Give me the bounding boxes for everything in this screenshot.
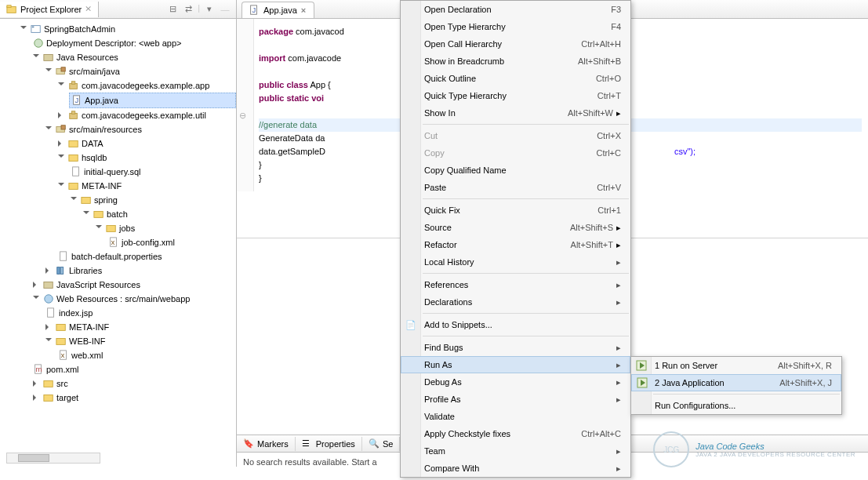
server-icon — [635, 359, 648, 372]
search-tab[interactable]: 🔍Se — [362, 437, 400, 451]
tree-batch-folder[interactable]: batch — [82, 207, 236, 221]
menu-cut: CutCtrl+X — [401, 127, 630, 144]
tree-js-resources[interactable]: JavaScript Resources — [31, 278, 236, 292]
svg-point-29 — [45, 295, 53, 304]
svg-rect-27 — [60, 267, 64, 275]
fold-marker-icon[interactable]: ⊖ — [239, 109, 250, 120]
svg-text:x: x — [61, 351, 65, 359]
svg-rect-26 — [57, 267, 60, 275]
tree-meta-inf[interactable]: META-INF — [56, 179, 236, 193]
tree-libraries[interactable]: Libraries — [44, 264, 236, 278]
menu-separator — [423, 198, 629, 199]
menu-quick-type-hierarchy[interactable]: Quick Type HierarchyCtrl+T — [401, 87, 630, 104]
menu-add-to-snippets[interactable]: 📄Add to Snippets... — [401, 316, 630, 333]
tree-batch-default[interactable]: batch-default.properties — [56, 249, 236, 264]
tree-horizontal-scrollbar[interactable] — [6, 453, 100, 464]
tree-target-folder[interactable]: target — [31, 391, 236, 405]
menu-apply-checkstyle-fixes[interactable]: Apply Checkstyle fixesCtrl+Alt+C — [401, 425, 630, 442]
tree-job-config[interactable]: xjob-config.xml — [107, 235, 236, 249]
tree-meta-inf-2[interactable]: META-INF — [44, 320, 236, 334]
tree-jobs-folder[interactable]: jobs — [94, 221, 236, 235]
menu-paste[interactable]: PasteCtrl+V — [401, 179, 630, 196]
java-file-icon: J — [249, 5, 260, 16]
markers-tab[interactable]: 🔖Markers — [237, 437, 296, 451]
submenu-arrow-icon: ▸ — [616, 360, 621, 370]
menu-open-declaration[interactable]: Open DeclarationF3 — [401, 1, 630, 18]
menu-copy-qualified-name[interactable]: Copy Qualified Name — [401, 162, 630, 179]
svg-rect-20 — [82, 198, 90, 204]
menu-open-type-hierarchy[interactable]: Open Type HierarchyF4 — [401, 18, 630, 35]
tree-hsqldb-folder[interactable]: hsqldb — [56, 151, 236, 165]
submenu-arrow-icon: ▸ — [616, 297, 621, 307]
menu-profile-as[interactable]: Profile As▸ — [401, 391, 630, 408]
menu-separator — [653, 394, 840, 395]
tree-project[interactable]: SpringBatchAdmin — [19, 22, 236, 36]
menu-debug-as[interactable]: Debug As▸ — [401, 373, 630, 391]
tree-data-folder[interactable]: DATA — [56, 136, 236, 151]
project-tree[interactable]: SpringBatchAdmin Deployment Descriptor: … — [0, 19, 236, 448]
tree-deployment-descriptor[interactable]: Deployment Descriptor: <web app> — [31, 36, 236, 50]
svg-rect-38 — [44, 395, 53, 402]
editor-tab-app-java[interactable]: J App.java × — [242, 2, 314, 18]
view-pin-icon: ⨯ — [85, 4, 92, 14]
menu-find-bugs[interactable]: Find Bugs▸ — [401, 339, 630, 356]
menu-quick-fix[interactable]: Quick FixCtrl+1 — [401, 202, 630, 219]
tree-web-inf[interactable]: WEB-INF — [44, 334, 236, 348]
menu-references[interactable]: References▸ — [401, 276, 630, 293]
svg-rect-17 — [69, 155, 78, 162]
submenu-arrow-icon: ▸ — [616, 395, 621, 405]
tree-pkg-app[interactable]: com.javacodegeeks.example.app — [56, 78, 236, 93]
menu-refactor[interactable]: RefactorAlt+Shift+T ▸ — [401, 236, 630, 253]
minimize-view-button[interactable]: — — [219, 3, 231, 16]
tree-web-resources[interactable]: Web Resources : src/main/webapp — [31, 292, 236, 306]
properties-tab[interactable]: ☰Properties — [296, 437, 362, 451]
menu-quick-outline[interactable]: Quick OutlineCtrl+O — [401, 70, 630, 87]
link-editor-button[interactable]: ⇄ — [182, 3, 194, 16]
submenu-1-run-on-server[interactable]: 1 Run on ServerAlt+Shift+X, R — [631, 357, 841, 374]
menu-show-in[interactable]: Show InAlt+Shift+W ▸ — [401, 104, 630, 122]
tree-web-xml[interactable]: xweb.xml — [56, 348, 236, 362]
editor-context-menu[interactable]: Open DeclarationF3Open Type HierarchyF4O… — [400, 0, 631, 478]
menu-open-call-hierarchy[interactable]: Open Call HierarchyCtrl+Alt+H — [401, 35, 630, 53]
collapse-all-button[interactable]: ⊟ — [166, 3, 179, 16]
menu-separator — [423, 313, 629, 314]
svg-rect-28 — [44, 282, 53, 289]
tree-spring-folder[interactable]: spring — [69, 193, 236, 207]
menu-compare-with[interactable]: Compare With▸ — [401, 460, 630, 477]
tree-pom[interactable]: mpom.xml — [31, 362, 236, 376]
submenu-arrow-icon: ▸ — [616, 377, 621, 387]
tree-app-java[interactable]: JApp.java — [69, 93, 236, 108]
menu-separator — [423, 336, 629, 336]
menu-run-as[interactable]: Run As▸ — [401, 356, 630, 373]
menu-show-in-breadcrumb[interactable]: Show in BreadcrumbAlt+Shift+B — [401, 53, 630, 70]
tree-index-jsp[interactable]: index.jsp — [44, 306, 236, 320]
tree-src-folder[interactable]: src — [31, 376, 236, 391]
menu-declarations[interactable]: Declarations▸ — [401, 293, 630, 311]
project-explorer-tab[interactable]: Project Explorer ⨯ — [0, 2, 99, 17]
tree-src-main-resources[interactable]: src/main/resources — [44, 122, 236, 136]
search-icon: 🔍 — [369, 438, 380, 449]
tree-src-main-java[interactable]: src/main/java — [44, 64, 236, 78]
svg-rect-19 — [69, 184, 78, 190]
menu-team[interactable]: Team▸ — [401, 442, 630, 460]
menu-validate[interactable]: Validate — [401, 408, 630, 425]
menu-local-history[interactable]: Local History▸ — [401, 253, 630, 271]
svg-rect-3 — [32, 27, 35, 28]
editor-gutter — [237, 19, 254, 191]
svg-rect-30 — [48, 308, 54, 317]
submenu-2-java-application[interactable]: 2 Java ApplicationAlt+Shift+X, J — [631, 374, 841, 391]
svg-rect-18 — [73, 167, 79, 176]
explorer-icon — [6, 4, 17, 15]
run-as-submenu[interactable]: 1 Run on ServerAlt+Shift+X, R2 Java Appl… — [630, 356, 842, 415]
svg-text:m: m — [36, 365, 42, 373]
svg-rect-15 — [61, 125, 65, 129]
tree-pkg-util[interactable]: com.javacodegeeks.example.util — [56, 108, 236, 122]
svg-rect-25 — [60, 252, 67, 260]
view-menu-button[interactable]: ▾ — [203, 3, 216, 16]
close-tab-button[interactable]: × — [301, 5, 306, 15]
menu-source[interactable]: SourceAlt+Shift+S ▸ — [401, 219, 630, 236]
tree-java-resources[interactable]: Java Resources — [31, 50, 236, 64]
tree-initial-query[interactable]: initial-query.sql — [69, 165, 236, 179]
submenu-run-configurations[interactable]: Run Configurations... — [631, 397, 841, 414]
submenu-arrow-icon: ▸ — [616, 280, 621, 290]
